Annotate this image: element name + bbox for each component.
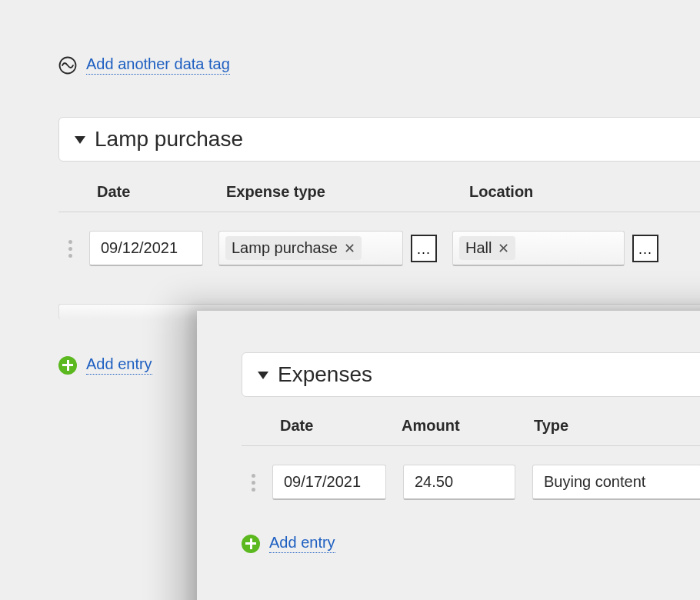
panel-title: Expenses (278, 362, 372, 387)
chip-label: Lamp purchase (232, 239, 338, 257)
add-data-tag-link[interactable]: Add another data tag (86, 55, 230, 75)
plus-circle-icon (242, 535, 260, 553)
chip-label: Hall (465, 239, 492, 257)
panel-expenses: Expenses Date Amount Type Add entry (197, 311, 700, 600)
expense-type-field: Lamp purchase ✕ ... (218, 231, 437, 266)
add-data-tag-row: Add another data tag (58, 55, 230, 75)
location-tagbox[interactable]: Hall ✕ (452, 231, 625, 266)
drag-handle-icon[interactable] (242, 474, 272, 492)
add-entry-row: Add entry (58, 355, 152, 375)
panel-lamp-purchase: Lamp purchase Date Expense type Location… (58, 117, 700, 266)
table-row: Lamp purchase ✕ ... Hall ✕ ... (58, 231, 700, 266)
row-separator (242, 445, 700, 446)
type-input[interactable] (532, 465, 700, 500)
panel-header[interactable]: Expenses (242, 352, 700, 397)
location-chip: Hall ✕ (459, 236, 515, 260)
col-date: Date (58, 183, 226, 201)
add-entry-row: Add entry (242, 534, 700, 553)
collapse-triangle-icon (75, 136, 85, 144)
location-field: Hall ✕ ... (452, 231, 658, 266)
col-expense-type: Expense type (226, 183, 469, 201)
column-headers: Date Expense type Location (58, 162, 700, 212)
date-input[interactable] (272, 465, 386, 500)
amount-input[interactable] (403, 465, 515, 500)
wave-icon (58, 56, 77, 75)
plus-circle-icon (58, 356, 77, 375)
row-separator (58, 212, 700, 212)
expense-type-chip: Lamp purchase ✕ (225, 236, 362, 260)
column-headers: Date Amount Type (242, 397, 700, 445)
date-input[interactable] (89, 231, 203, 266)
col-amount: Amount (402, 417, 534, 435)
chip-remove-icon[interactable]: ✕ (498, 240, 509, 257)
collapse-triangle-icon (258, 372, 268, 379)
expense-type-more-button[interactable]: ... (411, 235, 437, 262)
add-entry-link[interactable]: Add entry (86, 355, 152, 375)
drag-handle-icon[interactable] (58, 240, 89, 258)
col-date: Date (242, 417, 402, 435)
col-type: Type (534, 417, 688, 435)
location-more-button[interactable]: ... (632, 235, 658, 262)
chip-remove-icon[interactable]: ✕ (344, 240, 355, 257)
panel-header[interactable]: Lamp purchase (58, 117, 700, 162)
panel-title: Lamp purchase (95, 127, 243, 152)
col-location: Location (469, 183, 700, 201)
expense-type-tagbox[interactable]: Lamp purchase ✕ (218, 231, 403, 266)
add-entry-link[interactable]: Add entry (269, 534, 335, 553)
table-row (242, 465, 700, 500)
